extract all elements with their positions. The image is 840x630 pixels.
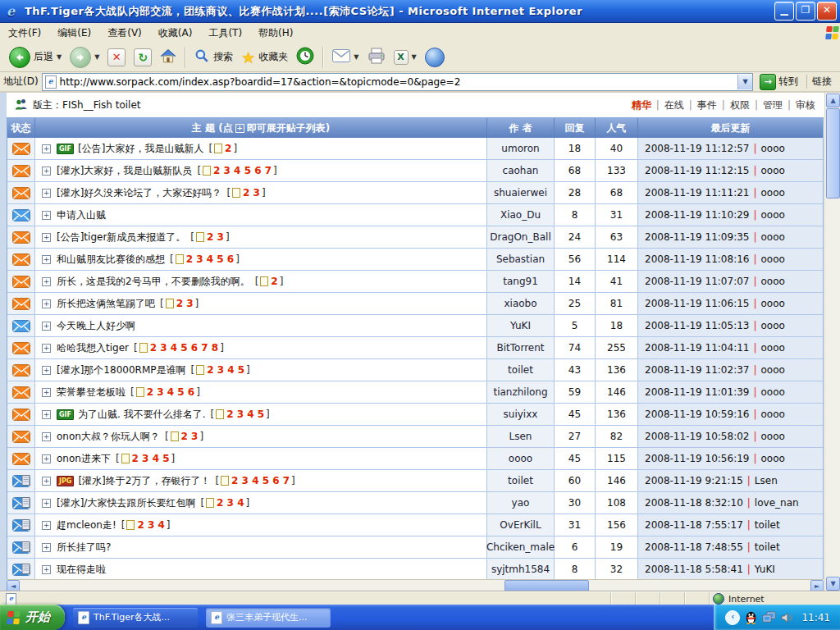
expand-topic-icon[interactable]: + (42, 543, 51, 552)
hide-icons-chevron[interactable]: ‹ (725, 610, 740, 625)
menu-file[interactable]: 文件(F) (0, 23, 49, 43)
topic-title-link[interactable]: 所长，这是我的2号马甲，不要删除我的啊。 (57, 275, 250, 289)
link-permissions[interactable]: 权限 (730, 98, 750, 112)
author-cell[interactable]: Lsen (487, 426, 555, 447)
last-poster-link[interactable]: oooo (761, 320, 785, 331)
vertical-scrollbar[interactable]: ▲ ▼ (824, 93, 840, 591)
author-cell[interactable]: DragOn_Ball (487, 226, 555, 248)
scroll-left-icon[interactable]: ◄ (7, 580, 20, 592)
scroll-up-icon[interactable]: ▲ (826, 94, 840, 107)
expand-topic-icon[interactable]: + (42, 277, 51, 286)
topic-title-link[interactable]: 今天晚上人好少啊 (57, 319, 135, 333)
expand-topic-icon[interactable]: + (42, 233, 51, 242)
topic-page-links[interactable]: [2 3] (163, 431, 205, 442)
scroll-right-icon[interactable]: ► (810, 580, 824, 592)
expand-topic-icon[interactable]: + (42, 565, 51, 574)
scroll-down-icon[interactable]: ▼ (826, 577, 840, 591)
last-poster-link[interactable]: toilet (755, 519, 780, 531)
topic-title-link[interactable]: 所长把这俩煞笔踢了吧 (57, 297, 155, 311)
author-cell[interactable]: Xiao_Du (487, 204, 555, 226)
author-cell[interactable]: YuKI (487, 315, 555, 336)
last-poster-link[interactable]: oooo (761, 298, 785, 309)
topic-title-link[interactable]: 哈哈我想入tiger (57, 341, 129, 355)
mail-dropdown-icon[interactable]: ▼ (354, 53, 358, 61)
link-manage[interactable]: 管理 (763, 98, 783, 112)
restore-button[interactable]: ❐ (796, 2, 815, 21)
author-cell[interactable]: toilet (487, 470, 555, 491)
topic-title-link[interactable]: onon进来下 (57, 452, 111, 466)
expand-topic-icon[interactable]: + (42, 299, 51, 308)
expand-topic-icon[interactable]: + (42, 366, 51, 375)
link-events[interactable]: 事件 (697, 98, 717, 112)
last-poster-link[interactable]: YuKI (755, 564, 775, 575)
expand-topic-icon[interactable]: + (42, 388, 51, 397)
network-tray-icon[interactable] (762, 611, 776, 623)
expand-topic-icon[interactable]: + (42, 477, 51, 486)
start-button[interactable]: 开始 (0, 605, 65, 630)
address-dropdown-icon[interactable]: ▼ (737, 75, 752, 89)
author-cell[interactable]: caohan (487, 160, 555, 181)
topic-title-link[interactable]: 和山贼朋友比赛後的感想 (57, 253, 165, 267)
stop-button[interactable]: ✕ (103, 47, 130, 68)
topic-page-links[interactable]: [2 3 4 5] (114, 453, 176, 464)
author-cell[interactable]: umoron (487, 138, 555, 159)
last-poster-link[interactable]: oooo (761, 187, 785, 199)
forward-dropdown-icon[interactable]: ▼ (94, 53, 99, 61)
topic-title-link[interactable]: [公告]tiger新成员来报道了。 (57, 231, 185, 244)
link-audit[interactable]: 审核 (796, 98, 815, 112)
last-poster-link[interactable]: oooo (761, 409, 785, 420)
last-poster-link[interactable]: Lsen (755, 475, 778, 486)
links-label[interactable]: 链接 (806, 75, 837, 89)
topic-page-links[interactable]: [2 3 4 5 6] (168, 253, 241, 265)
expand-topic-icon[interactable]: + (42, 167, 51, 176)
author-cell[interactable]: tang91 (487, 271, 555, 292)
author-cell[interactable]: yao (487, 492, 555, 514)
topic-title-link[interactable]: 申请入山贼 (57, 208, 106, 222)
go-button[interactable]: → 转到 (756, 73, 801, 91)
topic-title-link[interactable]: onon大叔？你玩人啊？ (57, 430, 160, 444)
last-poster-link[interactable]: oooo (761, 276, 785, 287)
topic-page-links[interactable]: [2 3 4 5] (208, 409, 271, 420)
author-cell[interactable]: oooo (487, 448, 555, 469)
menu-edit[interactable]: 编辑(E) (49, 23, 99, 43)
last-poster-link[interactable]: oooo (761, 209, 785, 221)
last-poster-link[interactable]: oooo (761, 342, 785, 354)
author-cell[interactable]: Chciken_male (487, 536, 555, 558)
topic-title-link[interactable]: [公告]大家好，我是山贼新人 (78, 142, 203, 156)
forward-button[interactable]: ▼ (66, 45, 103, 70)
menu-help[interactable]: 帮助(H) (250, 23, 301, 43)
expand-topic-icon[interactable]: + (42, 211, 51, 220)
vertical-scroll-thumb[interactable] (826, 108, 840, 199)
expand-topic-icon[interactable]: + (42, 255, 51, 264)
topic-page-links[interactable]: [2] (253, 276, 285, 287)
last-poster-link[interactable]: oooo (761, 386, 785, 398)
messenger-button[interactable] (421, 46, 449, 69)
topic-title-link[interactable]: 为了山贼. 我不要什么排名了. (78, 408, 205, 422)
taskbar-task-2[interactable]: e 张三丰弟子现代生... (206, 608, 331, 628)
minimize-button[interactable]: ▁ (774, 2, 794, 21)
author-cell[interactable]: Sebastian (487, 249, 555, 270)
topic-title-link[interactable]: 荣誉攀登老板啦 (57, 386, 126, 399)
back-dropdown-icon[interactable]: ▼ (57, 53, 62, 61)
address-input[interactable] (60, 76, 737, 88)
topic-title-link[interactable]: 现在得走啦 (57, 563, 106, 577)
edit-dropdown-icon[interactable]: ▼ (412, 53, 417, 61)
author-cell[interactable]: BitTorrent (487, 337, 555, 358)
favorites-button[interactable]: ★ 收藏夹 (237, 48, 292, 67)
horizontal-scrollbar[interactable]: ◄ ► (7, 579, 824, 592)
expand-topic-icon[interactable]: + (42, 454, 51, 463)
topic-page-links[interactable]: [2 3 4 5] (189, 364, 251, 376)
link-online[interactable]: 在线 (664, 98, 684, 112)
search-button[interactable]: 搜索 (190, 47, 237, 68)
topic-page-links[interactable]: [2 3 4 5 6 7] (195, 165, 278, 176)
topic-title-link[interactable]: [灌水]终于2万了，存银行了！ (78, 474, 210, 488)
author-cell[interactable]: xiaobo (487, 293, 555, 314)
topic-page-links[interactable]: [2 3 4] (199, 497, 251, 509)
last-poster-link[interactable]: oooo (761, 364, 785, 376)
expand-topic-icon[interactable]: + (42, 521, 51, 530)
mail-button[interactable]: ▼ (328, 48, 363, 66)
expand-topic-icon[interactable]: + (42, 432, 51, 441)
last-poster-link[interactable]: oooo (761, 431, 785, 442)
topic-page-links[interactable]: [2 3] (225, 187, 267, 199)
last-poster-link[interactable]: oooo (761, 165, 785, 176)
